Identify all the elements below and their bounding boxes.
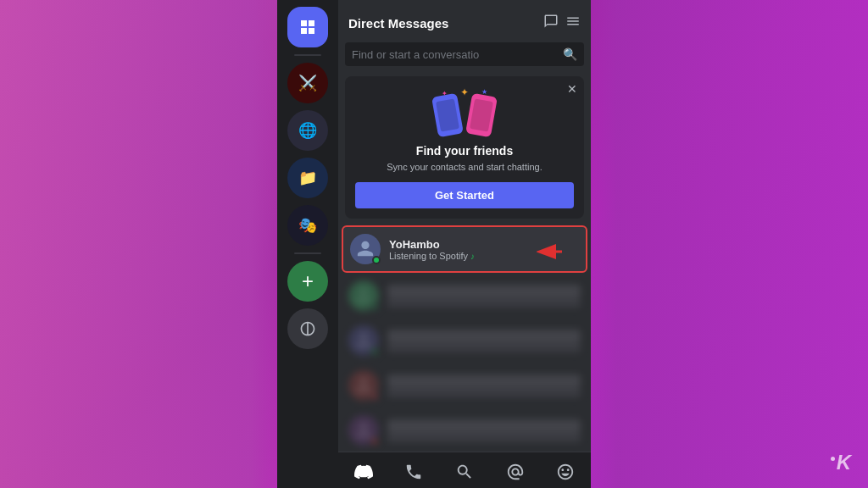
server-divider bbox=[294, 54, 321, 56]
search-bar[interactable]: 🔍 bbox=[345, 42, 584, 66]
dm-item-blurred-4[interactable]: ██████ ████████████████ bbox=[342, 408, 587, 452]
find-friends-subtitle: Sync your contacts and start chatting. bbox=[355, 161, 574, 174]
red-arrow-indicator bbox=[537, 239, 570, 268]
dm-avatar-blurred-1 bbox=[348, 280, 379, 311]
dm-info-blurred-1: ████████ ██████████████ bbox=[387, 285, 581, 308]
blurred-status-3: ██████████ bbox=[387, 387, 581, 397]
bg-left bbox=[0, 0, 314, 488]
find-friends-title: Find your friends bbox=[355, 144, 574, 158]
dm-info-blurred-2: ██████████ ████████████ bbox=[387, 330, 581, 352]
yohambo-status: Listening to Spotify ♪ bbox=[389, 251, 537, 261]
add-server-button[interactable]: + bbox=[287, 261, 328, 302]
dm-info-blurred-4: ██████ ████████████████ bbox=[387, 419, 581, 442]
blurred-name-2: ██████████ bbox=[387, 330, 581, 342]
app-container: ⚔️ 🌐 📁 🎭 + Direct Messages bbox=[277, 0, 591, 488]
dm-avatar-blurred-3 bbox=[348, 370, 379, 401]
bottom-nav-search[interactable] bbox=[439, 459, 490, 485]
status-dot-3 bbox=[370, 392, 379, 401]
hamburger-icon[interactable] bbox=[565, 14, 581, 32]
bottom-nav-home[interactable] bbox=[338, 459, 389, 485]
find-friends-card: ✕ ✦ ✦ ★ Find your friends Sync your bbox=[345, 76, 584, 219]
bottom-nav-mentions[interactable] bbox=[490, 459, 541, 485]
close-card-button[interactable]: ✕ bbox=[567, 83, 577, 95]
header-icons bbox=[543, 14, 581, 32]
blurred-status-2: ████████████ bbox=[387, 342, 581, 352]
status-dot-2 bbox=[370, 347, 379, 356]
server-icon-2[interactable]: 🌐 bbox=[287, 110, 328, 151]
dm-list: YoHambo Listening to Spotify ♪ bbox=[338, 225, 591, 452]
blurred-name-1: ████████ bbox=[387, 285, 581, 297]
server-icon-1[interactable]: ⚔️ bbox=[287, 63, 328, 103]
dm-panel: Direct Messages 🔍 ✕ bbox=[338, 0, 591, 488]
yohambo-info: YoHambo Listening to Spotify ♪ bbox=[389, 238, 537, 261]
knowtechie-watermark: K bbox=[831, 451, 851, 474]
server-icon-3[interactable]: 📁 bbox=[287, 158, 328, 198]
server-bar: ⚔️ 🌐 📁 🎭 + bbox=[277, 0, 338, 488]
yohambo-name: YoHambo bbox=[389, 238, 537, 251]
server-icon-4[interactable]: 🎭 bbox=[287, 205, 328, 246]
dm-item-yohambo[interactable]: YoHambo Listening to Spotify ♪ bbox=[342, 225, 587, 273]
blurred-name-3: ████████████ bbox=[387, 374, 581, 387]
server-divider-2 bbox=[294, 252, 321, 254]
status-dot-1 bbox=[370, 302, 379, 311]
bg-right bbox=[554, 0, 868, 488]
blurred-name-4: ██████ bbox=[387, 419, 581, 432]
dm-avatar-blurred-4 bbox=[348, 415, 379, 446]
dm-item-blurred-2[interactable]: ██████████ ████████████ bbox=[342, 319, 587, 363]
dm-info-blurred-3: ████████████ ██████████ bbox=[387, 374, 581, 397]
status-dot-4 bbox=[370, 437, 379, 446]
get-started-button[interactable]: Get Started bbox=[355, 182, 574, 208]
blurred-status-4: ████████████████ bbox=[387, 432, 581, 442]
dm-header: Direct Messages bbox=[338, 0, 591, 39]
bottom-nav-voice[interactable] bbox=[389, 459, 440, 485]
yohambo-avatar bbox=[350, 234, 381, 264]
bottom-nav-emoji[interactable] bbox=[540, 459, 591, 485]
watermark-dot bbox=[831, 457, 835, 461]
card-illustration: ✦ ✦ ★ bbox=[355, 86, 574, 137]
yohambo-status-dot bbox=[372, 256, 381, 264]
dm-panel-title: Direct Messages bbox=[348, 16, 448, 30]
blurred-status-1: ██████████████ bbox=[387, 297, 581, 308]
dm-item-blurred-3[interactable]: ████████████ ██████████ bbox=[342, 363, 587, 408]
search-icon: 🔍 bbox=[563, 47, 577, 61]
watermark-letter: K bbox=[837, 451, 851, 474]
dm-item-blurred-1[interactable]: ████████ ██████████████ bbox=[342, 274, 587, 318]
new-dm-icon[interactable] bbox=[543, 14, 559, 32]
search-input[interactable] bbox=[352, 48, 558, 61]
discover-server-button[interactable] bbox=[287, 308, 328, 349]
dm-avatar-blurred-2 bbox=[348, 325, 379, 356]
server-icon-home[interactable] bbox=[287, 7, 328, 47]
bottom-nav bbox=[338, 452, 591, 488]
